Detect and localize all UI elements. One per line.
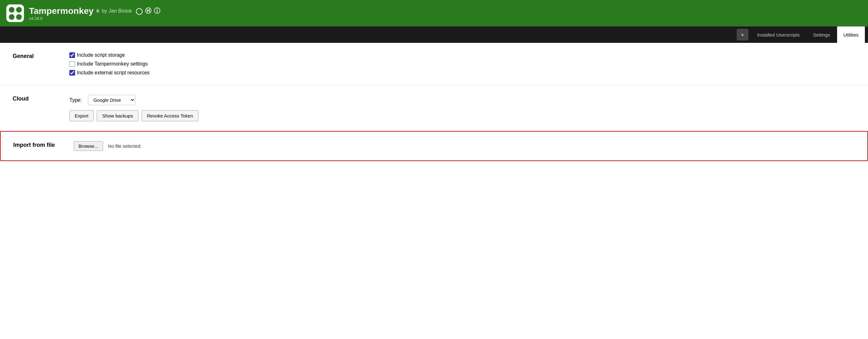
- checkbox-include-storage[interactable]: Include script storage: [69, 52, 856, 58]
- export-button[interactable]: Export: [69, 110, 94, 121]
- checkbox-storage-label: Include script storage: [77, 52, 125, 58]
- cloud-type-select[interactable]: Google Drive Dropbox OneDrive: [88, 95, 135, 105]
- tab-installed-userscripts[interactable]: Installed Userscripts: [751, 27, 806, 43]
- facebook-icon[interactable]: Ⓗ: [145, 7, 151, 15]
- checkbox-group: Include script storage Include Tampermon…: [69, 52, 856, 76]
- app-version: v4.18.0: [29, 16, 160, 21]
- cloud-section: Cloud Type: Google Drive Dropbox OneDriv…: [0, 86, 868, 131]
- checkbox-settings-input[interactable]: [69, 61, 75, 67]
- no-file-label: No file selected.: [108, 143, 142, 149]
- general-section-label: General: [12, 52, 51, 60]
- add-script-button[interactable]: ＋: [737, 29, 748, 40]
- add-icon: ＋: [740, 31, 745, 38]
- browse-button[interactable]: Browse...: [74, 141, 103, 151]
- logo-dot-3: [9, 14, 14, 20]
- navbar: ＋ Installed Userscripts Settings Utiliti…: [0, 27, 868, 43]
- logo-dot-1: [9, 7, 14, 12]
- tab-settings[interactable]: Settings: [807, 27, 836, 43]
- checkbox-settings-label: Include Tampermonkey settings: [77, 61, 148, 67]
- app-title: Tampermonkey® by Jan Biniok ◯ Ⓗ ⓘ: [29, 6, 160, 16]
- import-section-label: Import from file: [13, 141, 55, 148]
- tab-utilities[interactable]: Utilities: [837, 27, 865, 43]
- cloud-buttons: Export Show backups Revoke Access Token: [69, 110, 856, 121]
- main-content: General Include script storage Include T…: [0, 43, 868, 161]
- app-name: Tampermonkey: [29, 6, 94, 16]
- registered-symbol: ®: [96, 8, 99, 13]
- checkbox-resources-input[interactable]: [69, 70, 75, 76]
- checkbox-include-settings[interactable]: Include Tampermonkey settings: [69, 61, 856, 67]
- cloud-section-label: Cloud: [12, 95, 51, 102]
- show-backups-button[interactable]: Show backups: [97, 110, 138, 121]
- cloud-controls: Type: Google Drive Dropbox OneDrive Expo…: [69, 95, 856, 121]
- author-text: by Jan Biniok: [102, 8, 132, 14]
- general-section-content: Include script storage Include Tampermon…: [69, 52, 856, 76]
- social-icons: ◯ Ⓗ ⓘ: [135, 7, 160, 15]
- import-section: Import from file Browse... No file selec…: [0, 131, 868, 161]
- cloud-type-label: Type:: [69, 97, 82, 103]
- app-logo: [6, 4, 24, 22]
- cloud-section-content: Type: Google Drive Dropbox OneDrive Expo…: [69, 95, 856, 121]
- import-section-content: Browse... No file selected.: [74, 141, 855, 151]
- app-header: Tampermonkey® by Jan Biniok ◯ Ⓗ ⓘ v4.18.…: [0, 0, 868, 27]
- logo-dots: [6, 4, 24, 22]
- instagram-icon[interactable]: ⓘ: [154, 7, 160, 15]
- checkbox-include-resources[interactable]: Include external script resources: [69, 70, 856, 76]
- revoke-token-button[interactable]: Revoke Access Token: [142, 110, 198, 121]
- logo-dot-4: [16, 14, 22, 20]
- import-controls: Browse... No file selected.: [74, 141, 855, 151]
- cloud-type-row: Type: Google Drive Dropbox OneDrive: [69, 95, 856, 105]
- header-title-block: Tampermonkey® by Jan Biniok ◯ Ⓗ ⓘ v4.18.…: [29, 6, 160, 21]
- logo-dot-2: [16, 7, 22, 12]
- general-section: General Include script storage Include T…: [0, 43, 868, 86]
- checkbox-storage-input[interactable]: [69, 52, 75, 58]
- checkbox-resources-label: Include external script resources: [77, 70, 150, 76]
- github-icon[interactable]: ◯: [135, 7, 143, 15]
